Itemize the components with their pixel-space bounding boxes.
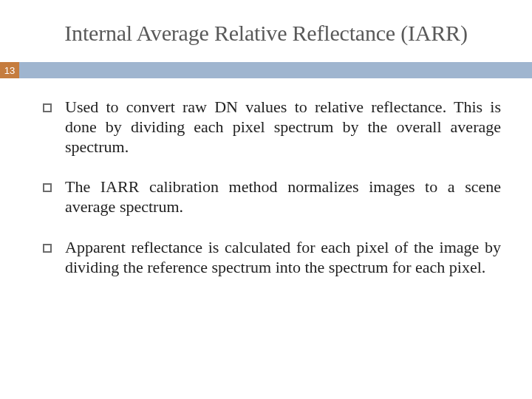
square-bullet-icon [43,183,52,192]
slide-number-badge: 13 [0,62,19,78]
bullet-text: The IARR calibration method normalizes i… [65,177,501,217]
list-item: Used to convert raw DN values to relativ… [43,98,501,157]
slide: Internal Average Relative Reflectance (I… [0,0,532,399]
list-item: Apparent reflectance is calculated for e… [43,238,501,278]
square-bullet-icon [43,244,52,253]
bullet-text: Apparent reflectance is calculated for e… [65,238,501,278]
slide-title: Internal Average Relative Reflectance (I… [0,0,532,62]
square-bullet-icon [43,103,52,112]
list-item: The IARR calibration method normalizes i… [43,177,501,217]
content-area: Used to convert raw DN values to relativ… [0,78,532,278]
divider-bar: 13 [0,62,532,78]
bullet-text: Used to convert raw DN values to relativ… [65,98,501,157]
